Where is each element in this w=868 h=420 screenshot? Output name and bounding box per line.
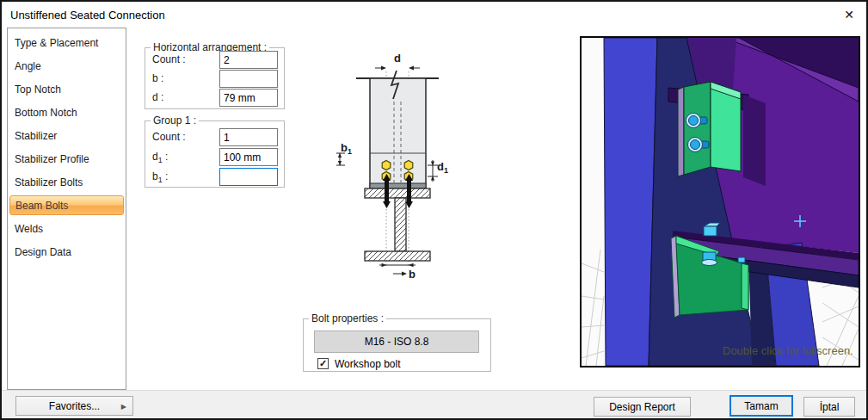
favorites-arrow-icon: ▶: [121, 403, 126, 411]
group1-count-label: Count :: [152, 131, 186, 145]
column-flange-face: [604, 38, 657, 366]
sidebar-item-stabilizer-profile[interactable]: Stabilizer Profile: [8, 147, 126, 170]
group1-group: Group 1 : Count : d1 : b1 :: [145, 120, 285, 188]
unstiffened-seated-connection-dialog: Unstiffened Seated Connection ✕ Type & P…: [0, 0, 868, 420]
group1-count-input[interactable]: [219, 128, 278, 146]
b1-input[interactable]: [219, 168, 278, 186]
sidebar-item-label: Type & Placement: [15, 37, 98, 49]
fullscreen-hint: Double click for fullscreen.: [723, 344, 853, 357]
bolt-size-button[interactable]: M16 - ISO 8.8: [314, 330, 479, 353]
sidebar-item-beam-bolts[interactable]: Beam Bolts: [9, 195, 124, 215]
sidebar-item-top-notch[interactable]: Top Notch: [8, 77, 126, 101]
3d-connection-render: [582, 38, 859, 366]
group-legend: Group 1 :: [151, 114, 199, 127]
sidebar-item-label: Welds: [15, 223, 43, 235]
horizontal-arrangement-group: Horizontal arrangement : Count : b : d :: [145, 47, 285, 109]
favorites-button[interactable]: Favorites... ▶: [15, 396, 133, 416]
workshop-bolt-checkbox[interactable]: ✓: [317, 358, 329, 369]
sidebar-item-bottom-notch[interactable]: Bottom Notch: [8, 101, 126, 124]
footer-bar: Favorites... ▶ Design Report Tamam İptal: [2, 390, 866, 418]
sidebar-item-label: Bottom Notch: [15, 107, 77, 119]
sidebar-item-label: Stabilizer Profile: [15, 153, 89, 165]
3d-viewport[interactable]: Double click for fullscreen.: [580, 36, 860, 368]
b-input[interactable]: [219, 70, 278, 88]
sidebar-item-label: Stabilizer Bolts: [15, 176, 83, 188]
dim-d-label: d: [394, 52, 401, 65]
d1-label: d1 :: [152, 151, 168, 164]
d1-input[interactable]: [219, 148, 278, 166]
b-label: b :: [152, 72, 163, 86]
cancel-button[interactable]: İptal: [803, 397, 855, 417]
count-input[interactable]: [219, 51, 278, 69]
workshop-bolt-label: Workshop bolt: [335, 358, 400, 370]
sidebar-item-label: Stabilizer: [15, 130, 57, 142]
titlebar: Unstiffened Seated Connection ✕: [2, 2, 866, 28]
design-report-button[interactable]: Design Report: [594, 397, 691, 417]
count-label: Count :: [152, 53, 186, 67]
b1-label: b1 :: [152, 170, 168, 184]
d-input[interactable]: [219, 89, 278, 107]
sidebar-item-design-data[interactable]: Design Data: [8, 240, 126, 263]
dim-b-label: b: [409, 268, 416, 281]
ok-button[interactable]: Tamam: [729, 395, 793, 417]
top-angle-bracket: [678, 82, 741, 176]
sidebar-item-label: Design Data: [15, 246, 71, 258]
sidebar-item-welds[interactable]: Welds: [8, 217, 126, 240]
sidebar: Type & Placement Angle Top Notch Bottom …: [7, 28, 126, 390]
close-icon[interactable]: ✕: [840, 6, 858, 23]
sidebar-item-label: Beam Bolts: [15, 200, 68, 212]
sidebar-item-stabilizer[interactable]: Stabilizer: [8, 124, 126, 147]
sidebar-item-label: Angle: [15, 60, 41, 72]
sidebar-item-angle[interactable]: Angle: [8, 54, 126, 77]
sidebar-item-label: Top Notch: [15, 83, 61, 96]
d-label: d :: [152, 91, 163, 105]
dim-d1-label: d1: [437, 160, 448, 175]
dialog-title: Unstiffened Seated Connection: [10, 9, 165, 22]
favorites-label: Favorites...: [49, 400, 100, 412]
workshop-bolt-row: ✓ Workshop bolt: [317, 357, 400, 370]
bolt-properties-group: Bolt properties : M16 - ISO 8.8 ✓ Worksh…: [303, 318, 491, 372]
sidebar-item-stabilizer-bolts[interactable]: Stabilizer Bolts: [8, 170, 126, 194]
group-legend: Bolt properties :: [309, 312, 386, 324]
connection-diagram: d: [326, 45, 498, 286]
sidebar-item-type-placement[interactable]: Type & Placement: [8, 31, 126, 54]
